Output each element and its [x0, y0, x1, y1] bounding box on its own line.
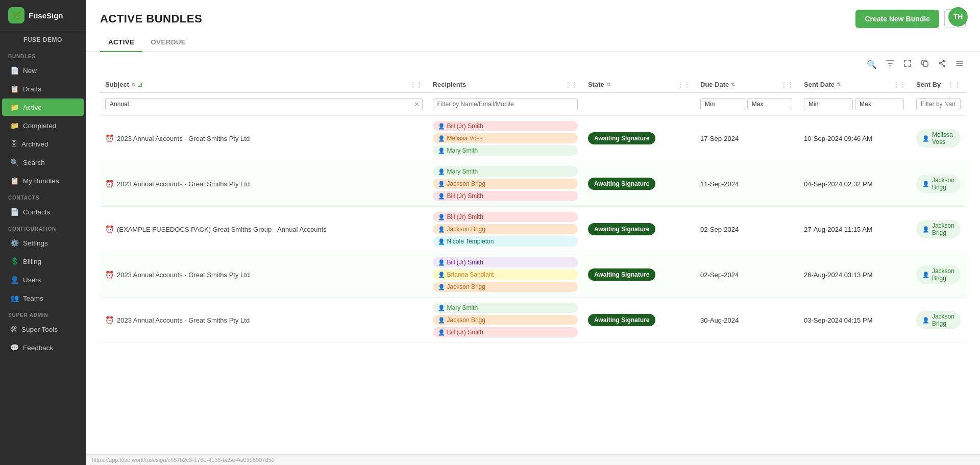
sidebar-item-drafts-label: Drafts: [23, 85, 41, 93]
subject-filter-input[interactable]: [105, 98, 423, 110]
sent-date-max-input[interactable]: [855, 98, 904, 110]
sidebar-item-supertools-label: Super Tools: [21, 326, 58, 333]
table-row[interactable]: ⏰2023 Annual Accounts - Great Smiths Pty…: [100, 116, 966, 161]
recipient-badge[interactable]: 👤 Mary Smith: [433, 303, 578, 313]
sidebar-item-supertools[interactable]: 🛠 Super Tools: [2, 321, 84, 338]
section-configuration: CONFIGURATION: [0, 221, 86, 234]
section-super-admin: SUPER ADMIN: [0, 307, 86, 320]
columns-icon[interactable]: [953, 57, 966, 71]
recipient-badge[interactable]: 👤 Nicole Templeton: [433, 236, 578, 247]
recipients-cell: 👤 Mary Smith👤 Jackson Brigg👤 Bill (Jr) S…: [428, 161, 583, 207]
recipient-badge[interactable]: 👤 Brianna Sandlant: [433, 270, 578, 280]
recipient-badge[interactable]: 👤 Mary Smith: [433, 166, 578, 177]
tab-overdue[interactable]: OVERDUE: [142, 33, 194, 52]
expand-icon[interactable]: [901, 57, 914, 71]
completed-icon: 📁: [10, 121, 19, 130]
state-cell: Awaiting Signature: [583, 161, 695, 207]
sidebar-item-users-label: Users: [23, 276, 41, 284]
sidebar-logo[interactable]: 🌿 FuseSign: [0, 0, 86, 31]
sent-by-cell: 👤 Jackson Brigg: [911, 252, 966, 298]
sidebar-item-feedback[interactable]: 💬 Feedback: [2, 339, 84, 356]
sent-date-sort-icon[interactable]: ⇅: [837, 82, 841, 87]
recipient-badge[interactable]: 👤 Bill (Jr) Smith: [433, 212, 578, 222]
page-header: ACTIVE BUNDLES Create New Bundle ⋯: [86, 0, 980, 33]
copy-icon[interactable]: [919, 57, 931, 71]
sidebar-item-settings[interactable]: ⚙️ Settings: [2, 234, 84, 252]
recipient-badge[interactable]: 👤 Bill (Jr) Smith: [433, 121, 578, 131]
sent-date-cell: 10-Sep-2024 09:46 AM: [799, 116, 911, 161]
sent-by-badge: 👤 Jackson Brigg: [916, 220, 961, 238]
recipient-badge[interactable]: 👤 Mary Smith: [433, 145, 578, 156]
recipients-filter-input[interactable]: [433, 98, 578, 110]
recipient-badge[interactable]: 👤 Jackson Brigg: [433, 282, 578, 292]
mybundles-icon: 📋: [10, 177, 19, 185]
table-row[interactable]: ⏰2023 Annual Accounts - Great Smiths Pty…: [100, 298, 966, 343]
col-sent-by[interactable]: Sent By ⋮⋮: [911, 77, 966, 93]
search-icon[interactable]: 🔍: [865, 58, 879, 71]
sidebar-item-mybundles[interactable]: 📋 My Bundles: [2, 172, 84, 189]
sidebar-item-completed[interactable]: 📁 Completed: [2, 117, 84, 134]
table-row[interactable]: ⏰(EXAMPLE FUSEDOCS PACK) Great Smiths Gr…: [100, 207, 966, 252]
state-sort-icon[interactable]: ⇅: [606, 82, 610, 87]
col-subject[interactable]: Subject ⇅ ⊿ ⋮⋮: [100, 77, 428, 93]
filter-icon[interactable]: [884, 57, 896, 71]
user-avatar[interactable]: TH: [948, 7, 968, 27]
sent-date-cell: 03-Sep-2024 04:15 PM: [799, 298, 911, 343]
col-recipients[interactable]: Recipients ⋮⋮: [428, 77, 583, 93]
table-row[interactable]: ⏰2023 Annual Accounts - Great Smiths Pty…: [100, 252, 966, 298]
due-date-min-input[interactable]: [700, 98, 745, 110]
subject-cell: ⏰(EXAMPLE FUSEDOCS PACK) Great Smiths Gr…: [100, 207, 428, 252]
sidebar: 🌿 FuseSign FUSE DEMO BUNDLES 📄 New 📋 Dra…: [0, 0, 86, 465]
recipient-badge[interactable]: 👤 Jackson Brigg: [433, 179, 578, 189]
table-body: ⏰2023 Annual Accounts - Great Smiths Pty…: [100, 116, 966, 343]
col-due-date[interactable]: Due Date ⇅ ⋮⋮: [695, 77, 799, 93]
sent-by-badge: 👤 Jackson Brigg: [916, 311, 961, 329]
subject-clock-icon: ⏰: [105, 316, 114, 324]
due-date-cell: 11-Sep-2024: [695, 161, 799, 207]
sidebar-item-archived[interactable]: 🗄 Archived: [2, 135, 84, 153]
state-badge: Awaiting Signature: [588, 314, 655, 326]
recipient-badge[interactable]: 👤 Bill (Jr) Smith: [433, 327, 578, 337]
sent-date-min-input[interactable]: [804, 98, 853, 110]
table-row[interactable]: ⏰2023 Annual Accounts - Great Smiths Pty…: [100, 161, 966, 207]
recipient-badge[interactable]: 👤 Jackson Brigg: [433, 224, 578, 234]
svg-rect-0: [923, 62, 928, 66]
main-content: ACTIVE BUNDLES Create New Bundle ⋯ ACTIV…: [86, 0, 980, 465]
sent-by-cell: 👤 Jackson Brigg: [911, 207, 966, 252]
sidebar-item-active-label: Active: [23, 104, 42, 111]
subject-filter-clear[interactable]: ✕: [414, 101, 420, 108]
sidebar-item-active[interactable]: 📁 Active: [2, 99, 84, 116]
due-date-sort-icon[interactable]: ⇅: [731, 82, 735, 87]
sidebar-item-users[interactable]: 👤 Users: [2, 271, 84, 288]
teams-icon: 👥: [10, 294, 19, 302]
state-cell: Awaiting Signature: [583, 298, 695, 343]
create-bundle-button[interactable]: Create New Bundle: [855, 10, 939, 28]
sent-date-cell: 27-Aug-2024 11:15 AM: [799, 207, 911, 252]
sidebar-item-contacts[interactable]: 📄 Contacts: [2, 203, 84, 221]
recipient-badge[interactable]: 👤 Melissa Voss: [433, 133, 578, 143]
new-icon: 📄: [10, 66, 19, 75]
sidebar-item-billing-label: Billing: [23, 258, 41, 265]
state-badge: Awaiting Signature: [588, 178, 655, 190]
subject-sort-icon[interactable]: ⇅: [131, 82, 135, 87]
sidebar-item-drafts[interactable]: 📋 Drafts: [2, 80, 84, 97]
sidebar-item-search[interactable]: 🔍 Search: [2, 154, 84, 171]
state-badge: Awaiting Signature: [588, 268, 655, 281]
subject-clock-icon: ⏰: [105, 225, 114, 233]
recipient-badge[interactable]: 👤 Bill (Jr) Smith: [433, 191, 578, 201]
due-date-max-input[interactable]: [747, 98, 792, 110]
sidebar-item-teams[interactable]: 👥 Teams: [2, 289, 84, 307]
tab-active[interactable]: ACTIVE: [100, 33, 142, 52]
share-icon[interactable]: [936, 57, 948, 71]
subject-filter-icon[interactable]: ⊿: [137, 81, 142, 88]
recipients-cell: 👤 Bill (Jr) Smith👤 Brianna Sandlant👤 Jac…: [428, 252, 583, 298]
col-state[interactable]: State ⇅ ⋮⋮: [583, 77, 695, 93]
col-sent-date[interactable]: Sent Date ⇅ ⋮⋮: [799, 77, 911, 93]
billing-icon: 💲: [10, 257, 19, 265]
sent-date-cell: 26-Aug-2024 03:13 PM: [799, 252, 911, 298]
sidebar-item-billing[interactable]: 💲 Billing: [2, 253, 84, 270]
recipient-badge[interactable]: 👤 Bill (Jr) Smith: [433, 257, 578, 267]
sent-by-filter-input[interactable]: [916, 98, 961, 110]
recipient-badge[interactable]: 👤 Jackson Brigg: [433, 315, 578, 325]
sidebar-item-new[interactable]: 📄 New: [2, 62, 84, 79]
